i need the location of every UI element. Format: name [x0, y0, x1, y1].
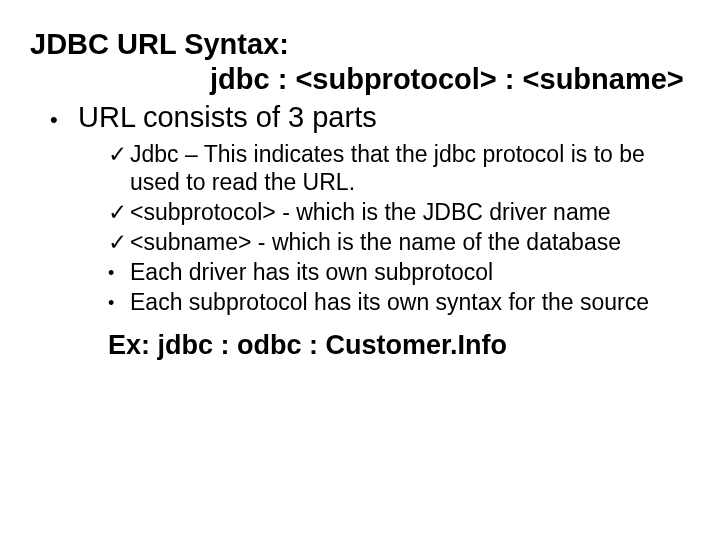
check-icon: ✓ — [108, 228, 130, 256]
syntax-line: jdbc : <subprotocol> : <subname> — [30, 63, 690, 96]
main-bullet-row: • URL consists of 3 parts — [30, 101, 690, 134]
sub-item: • Each subprotocol has its own syntax fo… — [108, 288, 660, 316]
sub-item: ✓ <subprotocol> - which is the JDBC driv… — [108, 198, 660, 226]
bullet-icon: • — [50, 107, 78, 132]
sub-list: ✓ Jdbc – This indicates that the jdbc pr… — [30, 140, 690, 316]
sub-item-text: <subname> - which is the name of the dat… — [130, 228, 660, 256]
slide: JDBC URL Syntax: jdbc : <subprotocol> : … — [0, 0, 720, 540]
sub-item-text: Each driver has its own subprotocol — [130, 258, 660, 286]
main-bullet-text: URL consists of 3 parts — [78, 101, 377, 134]
example-line: Ex: jdbc : odbc : Customer.Info — [30, 330, 690, 361]
bullet-icon: • — [108, 294, 130, 312]
check-icon: ✓ — [108, 140, 130, 168]
sub-item: • Each driver has its own subprotocol — [108, 258, 660, 286]
sub-item-text: Jdbc – This indicates that the jdbc prot… — [130, 140, 660, 196]
sub-item: ✓ Jdbc – This indicates that the jdbc pr… — [108, 140, 660, 196]
sub-item: ✓ <subname> - which is the name of the d… — [108, 228, 660, 256]
sub-item-text: <subprotocol> - which is the JDBC driver… — [130, 198, 660, 226]
bullet-icon: • — [108, 264, 130, 282]
check-icon: ✓ — [108, 198, 130, 226]
slide-title: JDBC URL Syntax: — [30, 28, 690, 61]
sub-item-text: Each subprotocol has its own syntax for … — [130, 288, 660, 316]
